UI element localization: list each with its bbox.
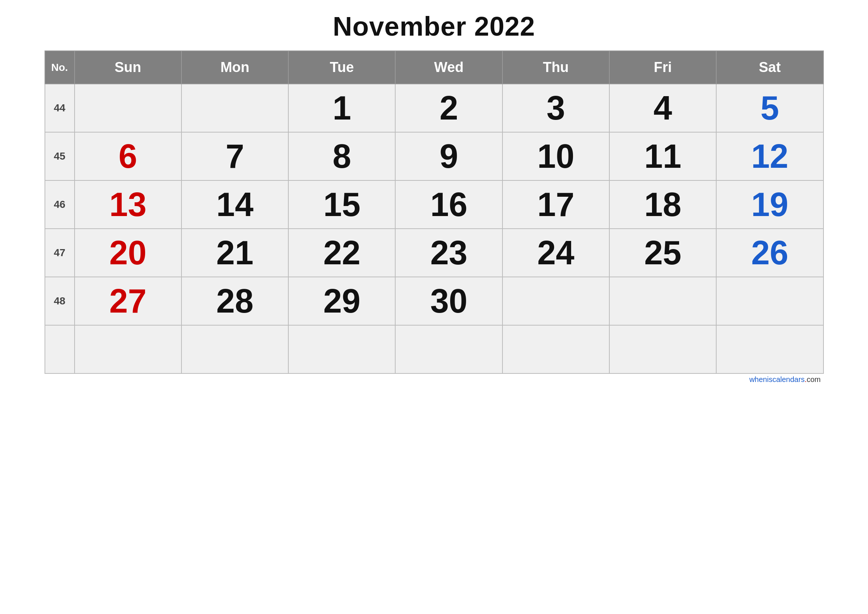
day-cell <box>502 325 609 374</box>
header-thu: Thu <box>502 51 609 84</box>
day-cell: 27 <box>74 277 181 325</box>
day-cell: 5 <box>716 84 823 132</box>
day-cell: 30 <box>395 277 502 325</box>
week-number: 44 <box>45 84 74 132</box>
day-cell <box>609 325 716 374</box>
day-cell: 15 <box>288 180 395 229</box>
day-cell: 4 <box>609 84 716 132</box>
watermark-text2: com <box>807 375 821 383</box>
day-cell <box>288 325 395 374</box>
page-title: November 2022 <box>333 11 535 42</box>
day-cell: 24 <box>502 229 609 277</box>
day-cell: 1 <box>288 84 395 132</box>
header-tue: Tue <box>288 51 395 84</box>
header-no: No. <box>45 51 74 84</box>
day-cell: 26 <box>716 229 823 277</box>
week-row: 4412345 <box>45 84 823 132</box>
week-number <box>45 325 74 374</box>
day-cell: 8 <box>288 132 395 180</box>
day-cell: 3 <box>502 84 609 132</box>
watermark: wheniscalendars.com <box>45 375 824 384</box>
day-cell: 28 <box>181 277 288 325</box>
day-cell: 20 <box>74 229 181 277</box>
day-cell: 18 <box>609 180 716 229</box>
day-cell: 23 <box>395 229 502 277</box>
day-cell: 10 <box>502 132 609 180</box>
day-cell: 22 <box>288 229 395 277</box>
day-cell: 21 <box>181 229 288 277</box>
day-cell <box>716 325 823 374</box>
day-cell: 6 <box>74 132 181 180</box>
day-cell <box>181 84 288 132</box>
calendar-table: No. Sun Mon Tue Wed Thu Fri Sat 44123454… <box>45 51 824 374</box>
header-row: No. Sun Mon Tue Wed Thu Fri Sat <box>45 51 823 84</box>
header-mon: Mon <box>181 51 288 84</box>
day-cell <box>609 277 716 325</box>
day-cell: 7 <box>181 132 288 180</box>
week-number: 48 <box>45 277 74 325</box>
day-cell <box>74 84 181 132</box>
week-row: 4720212223242526 <box>45 229 823 277</box>
week-row: 456789101112 <box>45 132 823 180</box>
day-cell <box>181 325 288 374</box>
day-cell: 16 <box>395 180 502 229</box>
day-cell: 29 <box>288 277 395 325</box>
day-cell: 25 <box>609 229 716 277</box>
day-cell <box>502 277 609 325</box>
week-row: 4613141516171819 <box>45 180 823 229</box>
header-fri: Fri <box>609 51 716 84</box>
week-number: 47 <box>45 229 74 277</box>
header-sun: Sun <box>74 51 181 84</box>
day-cell: 11 <box>609 132 716 180</box>
day-cell <box>74 325 181 374</box>
day-cell: 12 <box>716 132 823 180</box>
week-number: 46 <box>45 180 74 229</box>
day-cell: 19 <box>716 180 823 229</box>
day-cell: 17 <box>502 180 609 229</box>
day-cell <box>716 277 823 325</box>
day-cell: 9 <box>395 132 502 180</box>
day-cell: 14 <box>181 180 288 229</box>
watermark-text1: wheniscalendars <box>749 375 804 383</box>
day-cell: 2 <box>395 84 502 132</box>
day-cell: 13 <box>74 180 181 229</box>
calendar-body: 4412345456789101112461314151617181947202… <box>45 84 823 374</box>
week-row: 4827282930 <box>45 277 823 325</box>
day-cell <box>395 325 502 374</box>
week-row <box>45 325 823 374</box>
week-number: 45 <box>45 132 74 180</box>
header-sat: Sat <box>716 51 823 84</box>
header-wed: Wed <box>395 51 502 84</box>
